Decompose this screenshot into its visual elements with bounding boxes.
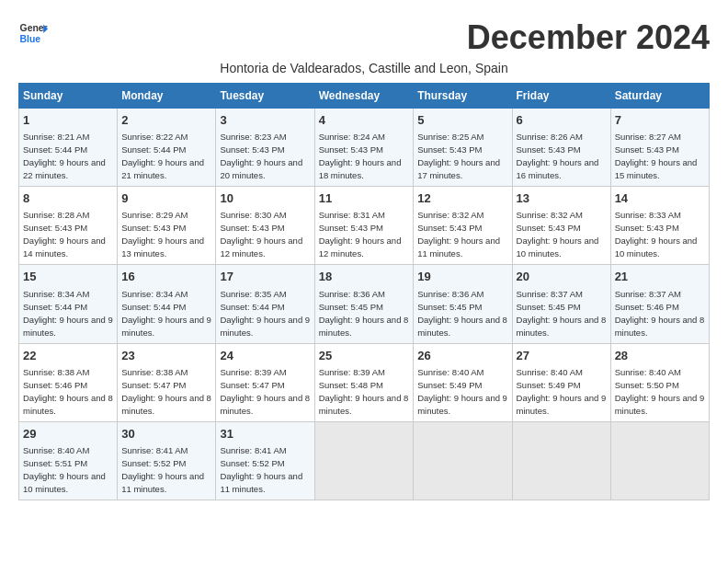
day-info: Sunrise: 8:34 AMSunset: 5:44 PMDaylight:…	[23, 289, 113, 338]
day-number: 10	[220, 190, 310, 207]
day-number: 7	[615, 112, 705, 129]
day-number: 3	[220, 112, 310, 129]
day-info: Sunrise: 8:39 AMSunset: 5:47 PMDaylight:…	[220, 367, 310, 416]
calendar-body: 1 Sunrise: 8:21 AMSunset: 5:44 PMDayligh…	[19, 109, 710, 500]
day-info: Sunrise: 8:36 AMSunset: 5:45 PMDaylight:…	[319, 289, 409, 338]
svg-text:Blue: Blue	[20, 34, 41, 44]
calendar-day-cell: 8 Sunrise: 8:28 AMSunset: 5:43 PMDayligh…	[19, 187, 118, 265]
calendar-day-cell: 16 Sunrise: 8:34 AMSunset: 5:44 PMDaylig…	[118, 265, 216, 343]
day-number: 20	[517, 269, 607, 285]
day-info: Sunrise: 8:28 AMSunset: 5:43 PMDaylight:…	[23, 210, 106, 259]
day-number: 15	[23, 269, 113, 285]
day-number: 4	[319, 112, 410, 129]
day-info: Sunrise: 8:23 AMSunset: 5:43 PMDaylight:…	[220, 132, 302, 180]
calendar-day-cell: 3 Sunrise: 8:23 AMSunset: 5:43 PMDayligh…	[216, 109, 314, 187]
calendar-day-cell: 23 Sunrise: 8:38 AMSunset: 5:47 PMDaylig…	[118, 343, 216, 421]
logo-icon: General Blue	[18, 18, 48, 48]
calendar-day-cell: 28 Sunrise: 8:40 AMSunset: 5:50 PMDaylig…	[610, 343, 709, 421]
day-number: 11	[319, 190, 410, 207]
day-info: Sunrise: 8:37 AMSunset: 5:46 PMDaylight:…	[615, 289, 705, 338]
weekday-header: Tuesday	[216, 84, 314, 109]
weekday-header: Friday	[512, 84, 610, 109]
calendar-day-cell: 4 Sunrise: 8:24 AMSunset: 5:43 PMDayligh…	[314, 109, 414, 187]
calendar-day-cell: 22 Sunrise: 8:38 AMSunset: 5:46 PMDaylig…	[19, 343, 118, 421]
calendar-day-cell	[512, 421, 610, 500]
day-info: Sunrise: 8:22 AMSunset: 5:44 PMDaylight:…	[121, 132, 204, 180]
day-number: 27	[517, 348, 607, 364]
calendar-day-cell: 14 Sunrise: 8:33 AMSunset: 5:43 PMDaylig…	[610, 187, 709, 265]
day-info: Sunrise: 8:41 AMSunset: 5:52 PMDaylight:…	[220, 445, 302, 494]
day-info: Sunrise: 8:33 AMSunset: 5:43 PMDaylight:…	[615, 210, 698, 259]
day-number: 21	[615, 269, 705, 285]
day-number: 25	[319, 348, 410, 364]
calendar-table: SundayMondayTuesdayWednesdayThursdayFrid…	[18, 83, 710, 500]
calendar-day-cell: 2 Sunrise: 8:22 AMSunset: 5:44 PMDayligh…	[118, 109, 216, 187]
calendar-day-cell	[414, 421, 512, 500]
calendar-day-cell: 19 Sunrise: 8:36 AMSunset: 5:45 PMDaylig…	[414, 265, 512, 343]
day-number: 12	[417, 190, 507, 207]
day-info: Sunrise: 8:40 AMSunset: 5:49 PMDaylight:…	[417, 367, 507, 416]
day-number: 14	[615, 190, 705, 207]
day-info: Sunrise: 8:32 AMSunset: 5:43 PMDaylight:…	[417, 210, 500, 259]
day-number: 22	[23, 348, 113, 364]
day-info: Sunrise: 8:40 AMSunset: 5:51 PMDaylight:…	[23, 445, 106, 494]
day-number: 26	[417, 348, 507, 364]
calendar-header-row: SundayMondayTuesdayWednesdayThursdayFrid…	[19, 84, 710, 109]
calendar-day-cell: 7 Sunrise: 8:27 AMSunset: 5:43 PMDayligh…	[610, 109, 709, 187]
day-number: 24	[220, 348, 310, 364]
day-number: 18	[319, 269, 410, 285]
calendar-day-cell: 10 Sunrise: 8:30 AMSunset: 5:43 PMDaylig…	[216, 187, 314, 265]
day-number: 29	[23, 426, 113, 442]
calendar-week-row: 15 Sunrise: 8:34 AMSunset: 5:44 PMDaylig…	[19, 265, 710, 343]
calendar-week-row: 8 Sunrise: 8:28 AMSunset: 5:43 PMDayligh…	[19, 187, 710, 265]
calendar-day-cell: 11 Sunrise: 8:31 AMSunset: 5:43 PMDaylig…	[314, 187, 414, 265]
calendar-week-row: 29 Sunrise: 8:40 AMSunset: 5:51 PMDaylig…	[19, 421, 710, 500]
day-number: 9	[121, 190, 211, 207]
day-info: Sunrise: 8:30 AMSunset: 5:43 PMDaylight:…	[220, 210, 302, 259]
calendar-day-cell: 24 Sunrise: 8:39 AMSunset: 5:47 PMDaylig…	[216, 343, 314, 421]
day-info: Sunrise: 8:26 AMSunset: 5:43 PMDaylight:…	[517, 132, 599, 180]
day-number: 28	[615, 348, 705, 364]
weekday-header: Wednesday	[314, 84, 414, 109]
day-info: Sunrise: 8:32 AMSunset: 5:43 PMDaylight:…	[517, 210, 599, 259]
calendar-day-cell: 18 Sunrise: 8:36 AMSunset: 5:45 PMDaylig…	[314, 265, 414, 343]
day-info: Sunrise: 8:39 AMSunset: 5:48 PMDaylight:…	[319, 367, 409, 416]
month-title: December 2024	[467, 18, 710, 57]
calendar-day-cell: 21 Sunrise: 8:37 AMSunset: 5:46 PMDaylig…	[610, 265, 709, 343]
day-info: Sunrise: 8:27 AMSunset: 5:43 PMDaylight:…	[615, 132, 698, 180]
day-number: 1	[23, 112, 113, 129]
calendar-day-cell: 9 Sunrise: 8:29 AMSunset: 5:43 PMDayligh…	[118, 187, 216, 265]
calendar-day-cell: 17 Sunrise: 8:35 AMSunset: 5:44 PMDaylig…	[216, 265, 314, 343]
weekday-header: Sunday	[19, 84, 118, 109]
calendar-day-cell	[314, 421, 414, 500]
day-info: Sunrise: 8:29 AMSunset: 5:43 PMDaylight:…	[121, 210, 204, 259]
weekday-header: Monday	[118, 84, 216, 109]
day-number: 23	[121, 348, 211, 364]
day-info: Sunrise: 8:41 AMSunset: 5:52 PMDaylight:…	[121, 445, 204, 494]
header: General Blue December 2024	[18, 18, 710, 57]
day-info: Sunrise: 8:36 AMSunset: 5:45 PMDaylight:…	[417, 289, 507, 338]
day-number: 19	[417, 269, 507, 285]
day-number: 13	[517, 190, 607, 207]
day-number: 2	[121, 112, 211, 129]
calendar-day-cell: 25 Sunrise: 8:39 AMSunset: 5:48 PMDaylig…	[314, 343, 414, 421]
day-number: 8	[23, 190, 113, 207]
calendar-day-cell: 6 Sunrise: 8:26 AMSunset: 5:43 PMDayligh…	[512, 109, 610, 187]
day-number: 17	[220, 269, 310, 285]
calendar-week-row: 22 Sunrise: 8:38 AMSunset: 5:46 PMDaylig…	[19, 343, 710, 421]
day-info: Sunrise: 8:37 AMSunset: 5:45 PMDaylight:…	[517, 289, 607, 338]
day-info: Sunrise: 8:35 AMSunset: 5:44 PMDaylight:…	[220, 289, 310, 338]
day-number: 6	[517, 112, 607, 129]
weekday-header: Saturday	[610, 84, 709, 109]
subtitle: Hontoria de Valdearados, Castille and Le…	[18, 61, 710, 75]
calendar-day-cell: 5 Sunrise: 8:25 AMSunset: 5:43 PMDayligh…	[414, 109, 512, 187]
day-info: Sunrise: 8:38 AMSunset: 5:47 PMDaylight:…	[121, 367, 211, 416]
day-info: Sunrise: 8:34 AMSunset: 5:44 PMDaylight:…	[121, 289, 211, 338]
logo: General Blue	[18, 18, 48, 48]
day-info: Sunrise: 8:25 AMSunset: 5:43 PMDaylight:…	[417, 132, 500, 180]
day-info: Sunrise: 8:38 AMSunset: 5:46 PMDaylight:…	[23, 367, 113, 416]
weekday-header: Thursday	[414, 84, 512, 109]
day-number: 31	[220, 426, 310, 442]
calendar-day-cell: 29 Sunrise: 8:40 AMSunset: 5:51 PMDaylig…	[19, 421, 118, 500]
day-info: Sunrise: 8:40 AMSunset: 5:49 PMDaylight:…	[517, 367, 607, 416]
